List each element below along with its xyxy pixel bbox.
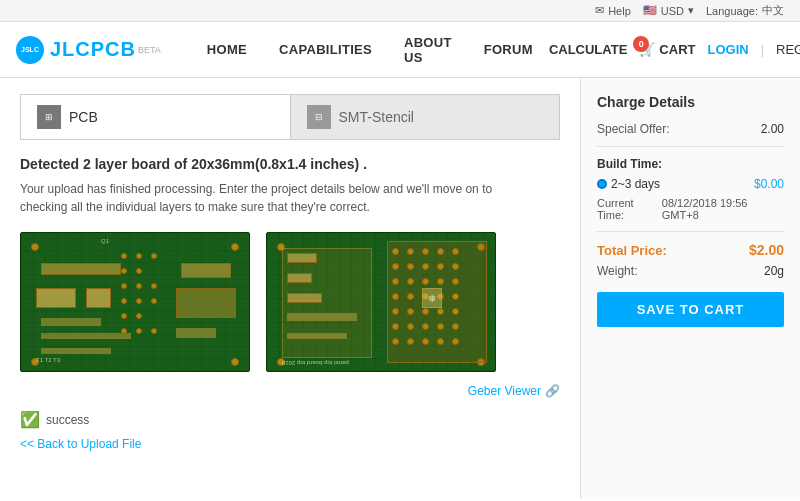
weight-label: Weight: (597, 264, 637, 278)
register-link[interactable]: REGISTER (776, 42, 800, 57)
success-icon: ✅ (20, 410, 40, 429)
charge-sidebar: Charge Details Special Offer: 2.00 Build… (580, 78, 800, 499)
calculate-link[interactable]: CALCULATE (549, 42, 627, 57)
weight-row: Weight: 20g (597, 264, 784, 278)
geber-viewer-icon: 🔗 (545, 384, 560, 398)
tab-pcb-label: PCB (69, 109, 98, 125)
divider-1 (597, 146, 784, 147)
pcb-pads-1: T1 T2 T3 Q1 (21, 233, 249, 371)
build-time-row: 2~3 days $0.00 (597, 177, 784, 191)
back-link[interactable]: << Back to Upload File (20, 437, 560, 451)
nav-capabilities[interactable]: CAPABILITIES (263, 22, 388, 78)
charge-title: Charge Details (597, 94, 784, 110)
nav-forum[interactable]: FORUM (468, 22, 549, 78)
tab-bar: ⊞ PCB ⊟ SMT-Stencil (20, 94, 560, 140)
tab-smt[interactable]: ⊟ SMT-Stencil (291, 95, 560, 139)
special-offer-value: 2.00 (761, 122, 784, 136)
build-option[interactable]: 2~3 days (597, 177, 660, 191)
currency-label: USD (661, 5, 684, 17)
detection-desc: Your upload has finished processing. Ent… (20, 180, 500, 216)
language-item[interactable]: Language: 中文 (706, 3, 784, 18)
nav-about[interactable]: ABOUT US (388, 22, 468, 78)
current-time-row: Current Time: 08/12/2018 19:56 GMT+8 (597, 197, 784, 221)
build-option-label: 2~3 days (611, 177, 660, 191)
current-time-value: 08/12/2018 19:56 GMT+8 (662, 197, 784, 221)
flag-icon: 🇺🇸 (643, 4, 657, 17)
smt-tab-icon: ⊟ (307, 105, 331, 129)
login-link[interactable]: LOGIN (707, 42, 748, 57)
special-offer-label: Special Offer: (597, 122, 669, 136)
logo-text: JLCPCB (50, 38, 136, 61)
current-time-label: Current Time: (597, 197, 662, 221)
pcb-image-2: ❄ panel top board top 2018 (266, 232, 496, 372)
logo-abbr: JSLC (21, 46, 39, 53)
content-area: ⊞ PCB ⊟ SMT-Stencil Detected 2 layer boa… (0, 78, 580, 499)
total-label: Total Price: (597, 243, 667, 258)
geber-viewer-label: Geber Viewer (468, 384, 541, 398)
pcb-tab-icon: ⊞ (37, 105, 61, 129)
help-label: Help (608, 5, 631, 17)
pcb-image-1: T1 T2 T3 Q1 (20, 232, 250, 372)
success-text: success (46, 413, 89, 427)
radio-selected-icon (597, 179, 607, 189)
tab-pcb[interactable]: ⊞ PCB (21, 95, 291, 139)
pcb-pads-2: ❄ panel top board top 2018 (267, 233, 495, 371)
cart-label: CART (659, 42, 695, 57)
build-time-label: Build Time: (597, 157, 784, 171)
special-offer-row: Special Offer: 2.00 (597, 122, 784, 136)
nav-divider: | (761, 42, 764, 57)
logo-beta: BETA (138, 45, 161, 55)
language-value: 中文 (762, 3, 784, 18)
weight-value: 20g (764, 264, 784, 278)
nav-home[interactable]: HOME (191, 22, 263, 78)
pcb-images: T1 T2 T3 Q1 (20, 232, 560, 372)
help-item[interactable]: ✉ Help (595, 4, 631, 17)
build-option-price: $0.00 (754, 177, 784, 191)
geber-viewer-link[interactable]: Geber Viewer 🔗 (20, 384, 560, 398)
cart-link[interactable]: 0 🛒 CART (639, 42, 695, 57)
save-to-cart-button[interactable]: SAVE TO CART (597, 292, 784, 327)
top-bar: ✉ Help 🇺🇸 USD ▾ Language: 中文 (0, 0, 800, 22)
success-row: ✅ success (20, 410, 560, 429)
total-value: $2.00 (749, 242, 784, 258)
currency-item[interactable]: 🇺🇸 USD ▾ (643, 4, 694, 17)
divider-2 (597, 231, 784, 232)
help-icon: ✉ (595, 4, 604, 17)
logo-badge: JSLC (16, 36, 44, 64)
total-row: Total Price: $2.00 (597, 242, 784, 258)
logo-area[interactable]: JSLC JLCPCB BETA (16, 36, 161, 64)
language-label: Language: (706, 5, 758, 17)
main-layout: ⊞ PCB ⊟ SMT-Stencil Detected 2 layer boa… (0, 78, 800, 499)
header: JSLC JLCPCB BETA HOME CAPABILITIES ABOUT… (0, 22, 800, 78)
detection-title: Detected 2 layer board of 20x36mm(0.8x1.… (20, 156, 560, 172)
main-nav: HOME CAPABILITIES ABOUT US FORUM (191, 22, 549, 78)
nav-right: CALCULATE 0 🛒 CART LOGIN | REGISTER (549, 42, 800, 57)
currency-chevron-icon: ▾ (688, 4, 694, 17)
tab-smt-label: SMT-Stencil (339, 109, 414, 125)
